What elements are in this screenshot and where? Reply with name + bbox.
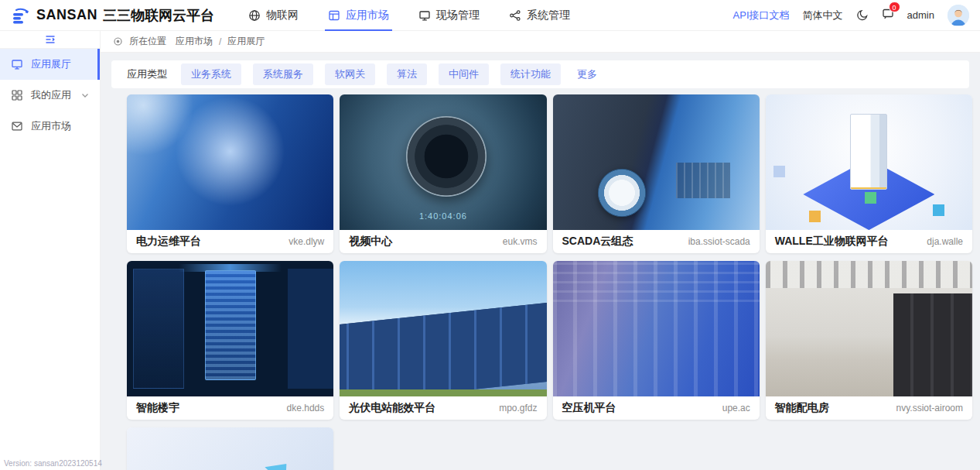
nav-label: 现场管理 — [436, 9, 480, 22]
video-timestamp: 1:40:04:06 — [419, 211, 467, 221]
app-card-image — [766, 261, 972, 396]
app-card-compressor[interactable]: 空压机平台 upe.ac — [553, 261, 760, 420]
language-switcher[interactable]: 简体中文 — [803, 9, 843, 22]
app-card-title: WALLE工业物联网平台 — [775, 235, 889, 249]
breadcrumb-prefix: 所在位置 — [129, 35, 166, 48]
app-card-scada[interactable]: SCADA云组态 iba.ssiot-scada — [553, 94, 760, 253]
app-card-grid: 电力运维平台 vke.dlyw 1:40:04:06 视频中心 euk.vms … — [127, 94, 972, 470]
brand-logo[interactable]: SANSAN 三三物联网云平台 — [11, 5, 214, 26]
app-card-image — [553, 94, 760, 230]
app-card-footer: 空压机平台 upe.ac — [553, 396, 760, 420]
nav-label: 应用市场 — [346, 9, 389, 22]
username-label: admin — [907, 9, 934, 21]
app-card-code: mpo.gfdz — [499, 403, 537, 413]
app-card-smart-building[interactable]: 智能楼宇 dke.hdds — [127, 261, 333, 420]
menu-fold-icon[interactable] — [0, 31, 100, 49]
app-card-title: 智能配电房 — [775, 401, 829, 415]
main-nav: 物联网 应用市场 现场管理 — [247, 0, 598, 31]
app-card-footer: WALLE工业物联网平台 dja.walle — [766, 230, 972, 253]
breadcrumb-separator: / — [219, 36, 221, 47]
version-label: Version: sansan2023120514 — [4, 459, 102, 468]
app-card-title: 智能楼宇 — [136, 401, 179, 415]
monitor-icon — [11, 58, 23, 70]
system-nodes-icon — [509, 9, 521, 22]
app-card-image: 1:40:04:06 — [340, 94, 546, 230]
app-card-code: vke.dlyw — [289, 236, 324, 247]
avatar[interactable] — [948, 5, 969, 26]
app-card-footer: 电力运维平台 vke.dlyw — [127, 230, 333, 253]
app-card-image — [127, 94, 333, 230]
app-card-footer: 光伏电站能效平台 mpo.gfdz — [340, 396, 546, 420]
filter-tag-algorithm[interactable]: 算法 — [387, 63, 427, 85]
app-card-image — [127, 261, 333, 396]
app-card-code: dja.walle — [927, 236, 963, 247]
site-monitor-icon — [418, 9, 431, 22]
mail-icon — [11, 120, 23, 132]
app-card-walle[interactable]: WALLE工业物联网平台 dja.walle — [766, 94, 972, 253]
notifications-button[interactable]: 0 — [882, 7, 894, 23]
filter-tag-soft-gateway[interactable]: 软网关 — [325, 63, 375, 85]
chevron-down-icon — [81, 91, 89, 99]
breadcrumb-parent[interactable]: 应用市场 — [176, 35, 213, 48]
app-card-image — [340, 261, 546, 396]
app-card-footer: SCADA云组态 iba.ssiot-scada — [553, 230, 760, 253]
app-card-title: SCADA云组态 — [562, 235, 633, 249]
app-root: SANSAN 三三物联网云平台 物联网 应用市场 — [0, 0, 980, 470]
tab-site-management[interactable]: 现场管理 — [417, 0, 481, 31]
app-card-video-center[interactable]: 1:40:04:06 视频中心 euk.vms — [340, 94, 546, 253]
app-card-footer: 智能楼宇 dke.hdds — [127, 396, 333, 420]
app-market-layout-icon — [328, 9, 340, 22]
brand-name: SANSAN — [36, 7, 97, 23]
app-card-power-room[interactable]: 智能配电房 nvy.ssiot-airoom — [766, 261, 972, 420]
filter-tag-statistics[interactable]: 统计功能 — [500, 63, 561, 85]
app-card-title: 电力运维平台 — [136, 235, 201, 249]
breadcrumb: 所在位置 应用市场 / 应用展厅 — [101, 31, 980, 53]
top-header: SANSAN 三三物联网云平台 物联网 应用市场 — [0, 0, 980, 31]
dashboard-glow-graphic — [179, 264, 282, 272]
app-card-image — [127, 427, 333, 470]
api-doc-link[interactable]: API接口文档 — [733, 9, 790, 22]
filter-tag-business[interactable]: 业务系统 — [181, 63, 241, 85]
nav-label: 系统管理 — [527, 9, 570, 22]
tab-system-management[interactable]: 系统管理 — [507, 0, 572, 31]
sidebar-item-app-market[interactable]: 应用市场 — [0, 111, 100, 142]
nav-label: 物联网 — [266, 9, 299, 22]
tab-iot[interactable]: 物联网 — [247, 0, 300, 31]
app-card-partial[interactable] — [127, 427, 333, 470]
app-card-title: 光伏电站能效平台 — [349, 401, 435, 415]
app-card-image — [766, 94, 972, 230]
main-content: 所在位置 应用市场 / 应用展厅 应用类型 业务系统 系统服务 软网关 算法 中… — [101, 31, 980, 470]
dark-mode-moon-icon[interactable] — [856, 9, 869, 22]
notification-badge: 0 — [889, 2, 900, 12]
app-card-code: euk.vms — [503, 236, 538, 247]
filter-tag-middleware[interactable]: 中间件 — [439, 63, 489, 85]
sidebar-item-my-apps[interactable]: 我的应用 — [0, 80, 100, 111]
app-card-title: 视频中心 — [349, 235, 392, 249]
sidebar-item-label: 应用展厅 — [31, 57, 71, 71]
app-card-image — [553, 261, 760, 396]
location-icon — [113, 36, 123, 46]
sidebar-item-app-showroom[interactable]: 应用展厅 — [0, 49, 100, 80]
app-card-power-ops[interactable]: 电力运维平台 vke.dlyw — [127, 94, 333, 253]
tab-app-market[interactable]: 应用市场 — [326, 0, 391, 31]
app-card-title: 空压机平台 — [562, 401, 616, 415]
filter-more-link[interactable]: 更多 — [577, 67, 597, 81]
sidebar: 应用展厅 我的应用 应用市场 Vers — [0, 31, 101, 470]
sidebar-item-label: 我的应用 — [31, 88, 71, 102]
header-actions: API接口文档 简体中文 0 admin — [733, 5, 969, 26]
apps-grid-icon — [11, 89, 23, 101]
app-card-footer: 智能配电房 nvy.ssiot-airoom — [766, 396, 972, 420]
filter-label: 应用类型 — [127, 67, 167, 81]
app-card-footer: 视频中心 euk.vms — [340, 230, 546, 253]
app-card-code: dke.hdds — [287, 403, 325, 413]
filter-panel: 应用类型 业务系统 系统服务 软网关 算法 中间件 统计功能 更多 — [111, 60, 969, 88]
app-card-solar[interactable]: 光伏电站能效平台 mpo.gfdz — [340, 261, 546, 420]
app-card-code: upe.ac — [722, 403, 750, 413]
sansan-logo-icon — [11, 5, 31, 26]
isometric-cubes-graphic — [865, 192, 876, 204]
iot-globe-icon — [248, 9, 261, 22]
app-card-code: iba.ssiot-scada — [688, 236, 750, 247]
breadcrumb-current: 应用展厅 — [227, 35, 265, 48]
brand-title: 三三物联网云平台 — [103, 6, 214, 25]
filter-tag-system-service[interactable]: 系统服务 — [253, 63, 313, 85]
